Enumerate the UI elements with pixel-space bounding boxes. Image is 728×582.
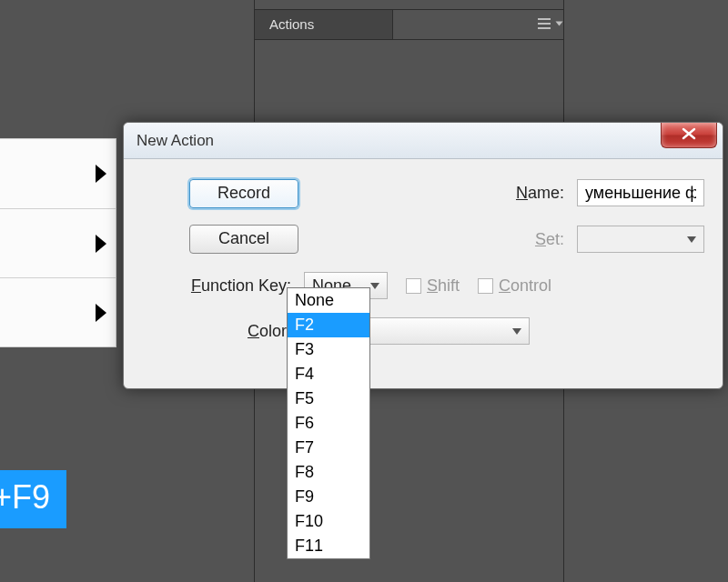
set-label: Set:: [304, 230, 571, 249]
dialog-body: Name: Record Cancel Set: Function Key: N…: [124, 159, 723, 388]
dialog-button-column: Record Cancel: [144, 179, 298, 254]
color-label: Color:: [144, 322, 298, 341]
function-key-option[interactable]: F9: [288, 485, 369, 509]
set-dropdown: [577, 226, 704, 253]
expand-arrow-icon[interactable]: [96, 235, 106, 253]
function-key-options-list[interactable]: NoneF2F3F4F5F6F7F8F9F10F11: [287, 287, 370, 559]
function-key-option[interactable]: F3: [288, 337, 369, 362]
shortcut-badge: +F9: [0, 470, 66, 528]
panel-menu-icon[interactable]: [538, 15, 558, 32]
name-label: Name:: [304, 184, 571, 203]
function-key-option[interactable]: F5: [288, 386, 369, 411]
shift-checkbox: Shift: [406, 276, 460, 296]
record-button[interactable]: Record: [189, 179, 298, 208]
function-key-option[interactable]: F11: [288, 534, 369, 558]
chevron-down-icon: [687, 236, 696, 243]
checkbox-icon: [478, 278, 493, 294]
dialog-titlebar[interactable]: New Action: [124, 123, 723, 159]
tab-actions[interactable]: Actions: [255, 10, 393, 39]
close-icon: [681, 127, 697, 140]
function-key-option[interactable]: F8: [288, 460, 369, 485]
function-key-option[interactable]: F2: [288, 313, 369, 337]
name-input[interactable]: [577, 179, 704, 206]
cancel-button[interactable]: Cancel: [189, 225, 298, 254]
left-section: [0, 277, 116, 346]
function-key-option[interactable]: F4: [288, 362, 369, 386]
actions-tabbar: Actions: [255, 9, 563, 40]
expand-arrow-icon[interactable]: [96, 165, 106, 183]
function-key-label: Function Key:: [144, 276, 298, 296]
dialog-title: New Action: [136, 132, 214, 150]
function-key-option[interactable]: None: [288, 288, 369, 313]
left-palette: +F9: [0, 138, 116, 347]
function-key-option[interactable]: F10: [288, 509, 369, 534]
left-section: [0, 208, 116, 277]
function-key-option[interactable]: F7: [288, 436, 369, 460]
expand-arrow-icon[interactable]: [96, 304, 106, 322]
chevron-down-icon: [512, 328, 521, 335]
function-key-option[interactable]: F6: [288, 411, 369, 436]
left-section: [0, 139, 116, 208]
chevron-down-icon: [370, 283, 379, 289]
new-action-dialog: New Action Name: Record Cancel Set: Func…: [123, 122, 723, 389]
close-button[interactable]: [661, 123, 717, 148]
checkbox-icon: [406, 278, 421, 294]
control-checkbox: Control: [478, 276, 551, 296]
